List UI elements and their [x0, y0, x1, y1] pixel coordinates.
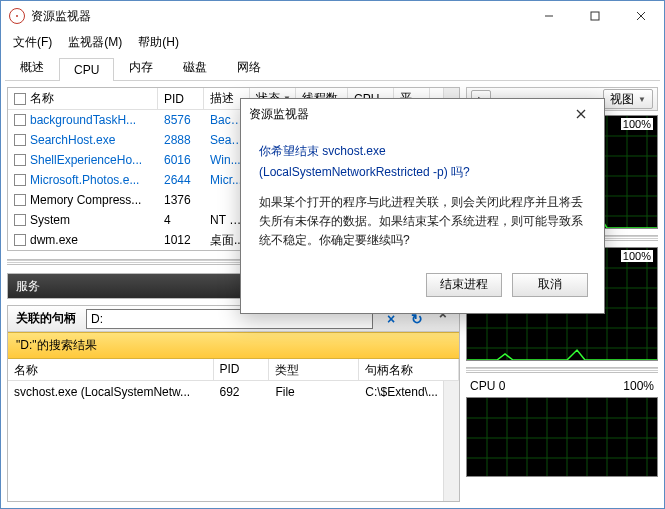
handles-title: 关联的句柄: [16, 310, 76, 327]
row-checkbox[interactable]: [14, 134, 26, 146]
hcol-name[interactable]: 名称: [8, 359, 214, 380]
chart-pct: 100%: [621, 118, 653, 130]
dialog-close-button[interactable]: [566, 102, 596, 126]
maximize-button[interactable]: [572, 1, 618, 31]
cancel-button[interactable]: 取消: [512, 273, 588, 297]
dialog-footer: 结束进程 取消: [241, 261, 604, 313]
chart-label: CPU 0: [470, 379, 505, 393]
chart-splitter[interactable]: [466, 367, 658, 373]
chart-grid: [467, 398, 657, 477]
dialog-text: 如果某个打开的程序与此进程关联，则会关闭此程序并且将丢失所有未保存的数据。如果结…: [259, 193, 586, 251]
menubar: 文件(F) 监视器(M) 帮助(H): [1, 31, 664, 53]
menu-monitor[interactable]: 监视器(M): [62, 32, 128, 53]
chart-pct: 100%: [623, 379, 654, 393]
close-button[interactable]: [618, 1, 664, 31]
view-dropdown[interactable]: 视图▼: [603, 89, 653, 109]
dialog-question: 你希望结束 svchost.exe (LocalSystemNetworkRes…: [259, 139, 586, 181]
dialog-titlebar: 资源监视器: [241, 99, 604, 129]
menu-help[interactable]: 帮助(H): [132, 32, 185, 53]
app-icon: [9, 8, 25, 24]
handles-panel: 关联的句柄 × ↻ ⌃ "D:"的搜索结果 名称 PID 类型 句柄名称 svc…: [7, 305, 460, 502]
hcol-handle-name[interactable]: 句柄名称: [359, 359, 459, 380]
hcol-pid[interactable]: PID: [214, 359, 270, 380]
row-checkbox[interactable]: [14, 114, 26, 126]
handles-body: svchost.exe (LocalSystemNetw... 692 File…: [8, 381, 459, 501]
search-results-banner: "D:"的搜索结果: [8, 332, 459, 359]
window-title: 资源监视器: [31, 8, 526, 25]
col-name[interactable]: 名称: [8, 88, 158, 109]
tab-memory[interactable]: 内存: [114, 54, 168, 80]
chart-pct: 100%: [621, 250, 653, 262]
row-checkbox[interactable]: [14, 194, 26, 206]
hcol-type[interactable]: 类型: [269, 359, 359, 380]
tab-overview[interactable]: 概述: [5, 54, 59, 80]
row-checkbox[interactable]: [14, 154, 26, 166]
handles-header: 名称 PID 类型 句柄名称: [8, 359, 459, 381]
handles-scrollbar[interactable]: [443, 381, 459, 501]
tab-network[interactable]: 网络: [222, 54, 276, 80]
row-checkbox[interactable]: [14, 174, 26, 186]
titlebar: 资源监视器: [1, 1, 664, 31]
end-process-button[interactable]: 结束进程: [426, 273, 502, 297]
services-label: 服务: [16, 278, 40, 295]
tab-cpu[interactable]: CPU: [59, 58, 114, 81]
tab-disk[interactable]: 磁盘: [168, 54, 222, 80]
menu-file[interactable]: 文件(F): [7, 32, 58, 53]
select-all-checkbox[interactable]: [14, 93, 26, 105]
svg-rect-1: [591, 12, 599, 20]
row-checkbox[interactable]: [14, 214, 26, 226]
minimize-button[interactable]: [526, 1, 572, 31]
dialog-body: 你希望结束 svchost.exe (LocalSystemNetworkRes…: [241, 129, 604, 261]
row-checkbox[interactable]: [14, 234, 26, 246]
col-pid[interactable]: PID: [158, 88, 204, 109]
cpu0-chart: [466, 397, 658, 477]
confirm-dialog: 资源监视器 你希望结束 svchost.exe (LocalSystemNetw…: [240, 98, 605, 314]
tabs: 概述 CPU 内存 磁盘 网络: [5, 57, 660, 81]
dialog-title: 资源监视器: [249, 106, 309, 123]
handle-row[interactable]: svchost.exe (LocalSystemNetw... 692 File…: [8, 381, 459, 403]
chart-label-row: CPU 0 100%: [466, 379, 658, 393]
chevron-down-icon: ▼: [638, 95, 646, 104]
